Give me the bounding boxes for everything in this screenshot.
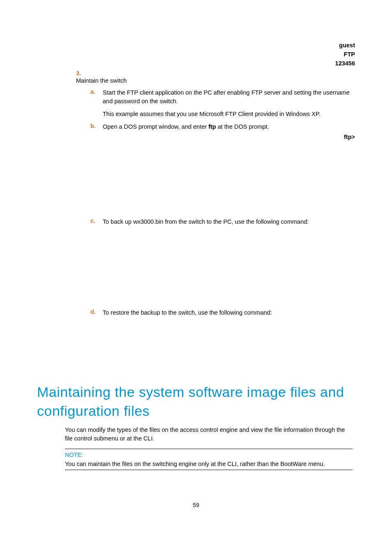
- substep-c-letter: c.: [90, 218, 103, 226]
- label-123456: 123456: [335, 59, 355, 68]
- substep-d-letter: d.: [90, 308, 103, 317]
- substep-c: c. To back up wx3000.bin from the switch…: [90, 218, 355, 226]
- substep-b-suffix: at the DOS prompt.: [216, 123, 269, 130]
- note-box: NOTE: You can maintain the files on the …: [65, 449, 353, 470]
- substeps: a. Start the FTP client application on t…: [90, 88, 355, 106]
- substep-d: d. To restore the backup to the switch, …: [90, 308, 355, 317]
- label-guest: guest: [335, 41, 355, 50]
- step-3-number: 3.: [76, 70, 91, 76]
- substeps-c: c. To back up wx3000.bin from the switch…: [90, 218, 355, 226]
- substep-a: a. Start the FTP client application on t…: [90, 88, 355, 106]
- substeps-b: b. Open a DOS prompt window, and enter f…: [90, 123, 355, 131]
- top-right-labels: guest FTP 123456: [335, 41, 355, 68]
- substep-b-bold: ftp: [208, 123, 216, 130]
- substep-d-text: To restore the backup to the switch, use…: [103, 308, 355, 317]
- page-number: 59: [0, 502, 392, 508]
- section-heading: Maintaining the system software image fi…: [37, 383, 355, 421]
- substep-b-text: Open a DOS prompt window, and enter ftp …: [103, 123, 355, 131]
- substep-b-letter: b.: [90, 123, 103, 131]
- substep-a-letter: a.: [90, 88, 103, 106]
- note-text: You can maintain the files on the switch…: [65, 461, 353, 467]
- note-label: NOTE:: [65, 452, 353, 458]
- substep-a-text: Start the FTP client application on the …: [103, 88, 355, 106]
- substeps-d: d. To restore the backup to the switch, …: [90, 308, 355, 317]
- ftp-prompt-label: ftp>: [344, 134, 355, 140]
- substep-c-text: To back up wx3000.bin from the switch to…: [103, 218, 355, 226]
- substep-a-assume: This example assumes that you use Micros…: [103, 110, 355, 118]
- page-container: guest FTP 123456 3. Maintain the switch …: [0, 0, 392, 533]
- label-ftp: FTP: [335, 50, 355, 59]
- step-3-text: Maintain the switch: [76, 76, 339, 85]
- substep-b: b. Open a DOS prompt window, and enter f…: [90, 123, 355, 131]
- substep-b-prefix: Open a DOS prompt window, and enter: [103, 123, 208, 130]
- body-paragraph: You can modify the types of the files on…: [65, 426, 353, 443]
- step-3: 3. Maintain the switch: [37, 70, 355, 85]
